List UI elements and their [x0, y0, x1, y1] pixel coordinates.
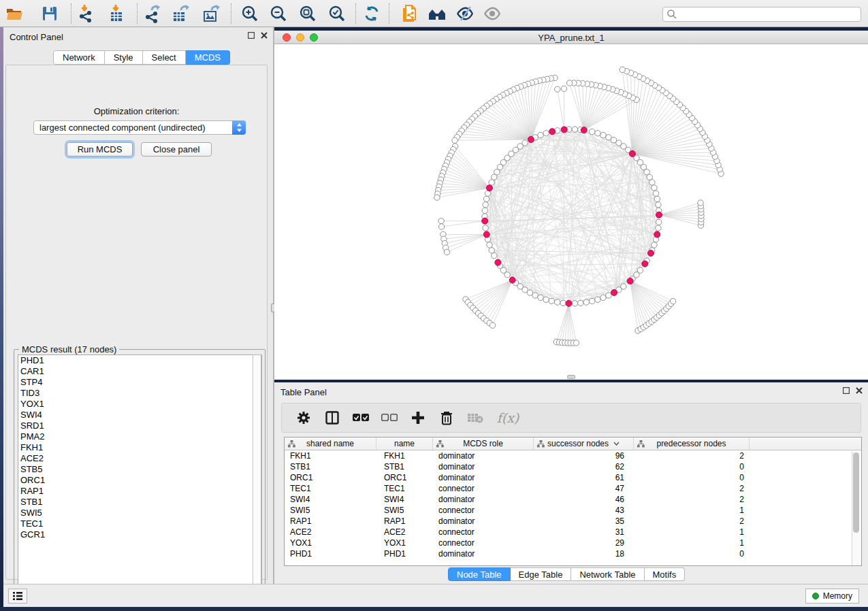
- save-session-button[interactable]: [38, 3, 61, 24]
- table-cell: 43: [534, 505, 634, 516]
- zoom-selected-button[interactable]: [325, 3, 349, 24]
- table-cell: 2: [634, 494, 750, 505]
- mcds-list-scrollbar[interactable]: [253, 354, 261, 593]
- show-column-button[interactable]: [323, 408, 342, 428]
- close-panel-icon[interactable]: [261, 32, 268, 39]
- mcds-result-item[interactable]: RAP1: [18, 486, 261, 497]
- table-row[interactable]: SWI5SWI5connector431: [285, 505, 861, 516]
- export-image-button[interactable]: [201, 3, 224, 24]
- mcds-result-list[interactable]: PHD1CAR1STP4TID3YOX1SWI4SRD1PMA2FKH1ACE2…: [18, 354, 262, 593]
- tab-mcds[interactable]: MCDS: [186, 50, 230, 65]
- open-file-button[interactable]: [3, 3, 26, 24]
- node-attribute-icon: [288, 440, 295, 448]
- import-table-button[interactable]: [106, 3, 129, 24]
- function-builder-button[interactable]: f(x): [494, 408, 521, 428]
- new-network-from-selection-button[interactable]: [398, 3, 421, 24]
- export-image-icon: [202, 4, 223, 23]
- float-window-icon[interactable]: [248, 32, 255, 39]
- export-table-button[interactable]: [170, 3, 193, 24]
- export-network-button[interactable]: [142, 3, 165, 24]
- column-header-predecessor-nodes[interactable]: predecessor nodes: [634, 437, 750, 450]
- table-row[interactable]: ACE2ACE2connector311: [285, 527, 861, 538]
- table-cell: STB1: [285, 461, 376, 472]
- table-row[interactable]: STB1STB1dominator620: [285, 461, 861, 472]
- mcds-result-item[interactable]: PHD1: [18, 355, 261, 366]
- table-row[interactable]: ORC1ORC1dominator610: [285, 472, 861, 483]
- table-row[interactable]: YOX1YOX1connector291: [285, 538, 861, 548]
- close-panel-button[interactable]: Close panel: [141, 142, 212, 156]
- close-panel-icon[interactable]: [856, 387, 863, 394]
- table-cell: 1: [634, 505, 750, 516]
- search-input[interactable]: [677, 8, 861, 20]
- tab-network[interactable]: Network: [53, 50, 105, 65]
- table-cell: 0: [634, 472, 750, 483]
- zoom-in-button[interactable]: [238, 3, 261, 24]
- table-row[interactable]: PHD1PHD1dominator180: [285, 548, 861, 559]
- table-scrollbar[interactable]: [852, 451, 861, 565]
- mcds-result-item[interactable]: GCR1: [18, 529, 261, 540]
- mcds-result-item[interactable]: SRD1: [18, 420, 261, 431]
- mcds-result-item[interactable]: ACE2: [18, 453, 261, 464]
- table-row[interactable]: SWI4SWI4dominator462: [285, 494, 861, 505]
- export-network-icon: [144, 4, 163, 23]
- mcds-result-item[interactable]: STB1: [18, 497, 261, 508]
- memory-button[interactable]: Memory: [805, 589, 859, 604]
- mcds-result-item[interactable]: SWI4: [18, 410, 261, 420]
- tab-style[interactable]: Style: [105, 50, 143, 65]
- export-table-icon: [172, 4, 192, 23]
- column-header-mcds-role[interactable]: MCDS role: [433, 437, 534, 450]
- column-header-successor-nodes[interactable]: successor nodes: [534, 437, 634, 450]
- network-graph[interactable]: [274, 44, 868, 380]
- first-neighbors-button[interactable]: [426, 3, 449, 24]
- zoom-out-button[interactable]: [267, 3, 290, 24]
- mcds-result-item[interactable]: PMA2: [18, 431, 261, 442]
- tab-select[interactable]: Select: [143, 50, 186, 65]
- tab-motifs[interactable]: Motifs: [645, 567, 686, 581]
- mcds-result-item[interactable]: FKH1: [18, 442, 261, 453]
- table-row[interactable]: TEC1TEC1connector472: [285, 483, 861, 494]
- table-row[interactable]: FKH1FKH1dominator962: [285, 450, 861, 461]
- select-all-button[interactable]: [351, 408, 370, 428]
- import-network-button[interactable]: [76, 3, 99, 24]
- mcds-result-item[interactable]: TEC1: [18, 518, 261, 529]
- search-box[interactable]: [662, 7, 861, 22]
- refresh-layout-button[interactable]: [360, 3, 383, 24]
- float-window-icon[interactable]: [843, 387, 850, 394]
- table-scrollbar-thumb[interactable]: [853, 452, 859, 533]
- mcds-result-item[interactable]: SWI5: [18, 508, 261, 518]
- mcds-result-item[interactable]: TID3: [18, 388, 261, 399]
- column-header-name[interactable]: name: [376, 437, 433, 450]
- show-all-button[interactable]: [481, 3, 504, 24]
- show-task-history-button[interactable]: [8, 589, 27, 604]
- table-row[interactable]: RAP1RAP1dominator352: [285, 516, 861, 527]
- hide-selected-button[interactable]: [453, 3, 477, 24]
- mcds-result-item[interactable]: STP4: [18, 377, 261, 388]
- table-options-button[interactable]: [294, 408, 313, 428]
- table-panel-title: Table Panel: [280, 387, 327, 397]
- mcds-result-item[interactable]: CAR1: [18, 366, 261, 377]
- add-column-button[interactable]: [408, 408, 428, 428]
- open-folder-icon: [5, 5, 24, 22]
- canvas-divider-grip[interactable]: [567, 375, 575, 379]
- tab-network-table[interactable]: Network Table: [571, 567, 644, 581]
- delete-column-button[interactable]: [437, 408, 456, 428]
- table-cell: ACE2: [376, 527, 433, 538]
- zoom-out-icon: [270, 5, 287, 22]
- mcds-result-item[interactable]: STB5: [18, 464, 261, 475]
- network-view-titlebar[interactable]: YPA_prune.txt_1: [274, 31, 868, 44]
- deselect-all-button[interactable]: [380, 408, 399, 428]
- toolbar-separator: [71, 3, 71, 24]
- delete-table-button[interactable]: [466, 408, 485, 428]
- column-header-shared-name[interactable]: shared name: [285, 437, 376, 450]
- tab-edge-table[interactable]: Edge Table: [511, 567, 572, 581]
- table-cell: TEC1: [376, 483, 433, 494]
- run-mcds-button[interactable]: Run MCDS: [67, 142, 133, 156]
- status-bar: Memory: [3, 584, 868, 607]
- zoom-fit-button[interactable]: [296, 3, 319, 24]
- tab-node-table[interactable]: Node Table: [448, 567, 511, 581]
- table-cell: connector: [433, 483, 534, 494]
- mcds-result-item[interactable]: YOX1: [18, 399, 261, 410]
- optimization-criterion-select[interactable]: largest connected component (undirected): [33, 120, 246, 135]
- mcds-result-item[interactable]: ORC1: [18, 475, 261, 486]
- network-canvas[interactable]: [274, 44, 868, 380]
